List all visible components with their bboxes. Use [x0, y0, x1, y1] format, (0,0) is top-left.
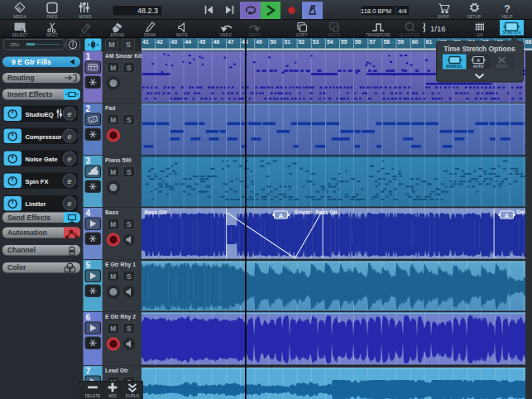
svg-text:M: M: [110, 220, 116, 228]
svg-text:E Gtr Rhy 1: E Gtr Rhy 1: [105, 262, 136, 268]
svg-text:M: M: [110, 272, 116, 281]
svg-text:5: 5: [86, 260, 91, 270]
svg-text:6: 6: [86, 312, 91, 322]
svg-text:S: S: [127, 168, 132, 176]
svg-text:A: A: [279, 212, 284, 219]
svg-text:RESET: RESET: [496, 65, 509, 69]
svg-text:E Gtr Rhy 2: E Gtr Rhy 2: [105, 314, 136, 320]
svg-text:4: 4: [86, 208, 91, 218]
svg-text:S: S: [127, 220, 132, 228]
svg-text:Time Stretch Options: Time Stretch Options: [443, 45, 515, 53]
svg-text:S: S: [127, 324, 132, 333]
svg-text:Bass: Bass: [105, 209, 118, 215]
svg-text:Lead Gtr: Lead Gtr: [105, 368, 128, 373]
svg-text:DELETE: DELETE: [85, 393, 101, 397]
svg-text:A: A: [505, 212, 510, 219]
svg-text:ADD: ADD: [108, 393, 117, 397]
svg-text:M: M: [110, 168, 116, 176]
svg-text:3: 3: [86, 156, 91, 166]
svg-text:Smear · Bass Gtr: Smear · Bass Gtr: [295, 209, 338, 215]
svg-text:A: A: [477, 58, 481, 63]
svg-text:7: 7: [86, 366, 91, 376]
svg-text:DUPLO: DUPLO: [126, 393, 140, 397]
svg-text:Pad: Pad: [105, 105, 115, 111]
svg-text:MANUAL: MANUAL: [446, 65, 463, 69]
svg-text:M: M: [110, 116, 116, 124]
svg-text:S: S: [127, 116, 132, 124]
svg-text:Piano 590: Piano 590: [105, 157, 132, 163]
svg-text:S: S: [127, 272, 132, 281]
svg-text:AUTO: AUTO: [473, 65, 484, 69]
svg-text:Bass Gtr: Bass Gtr: [145, 209, 168, 215]
svg-text:2: 2: [86, 103, 91, 113]
svg-text:M: M: [110, 324, 116, 333]
